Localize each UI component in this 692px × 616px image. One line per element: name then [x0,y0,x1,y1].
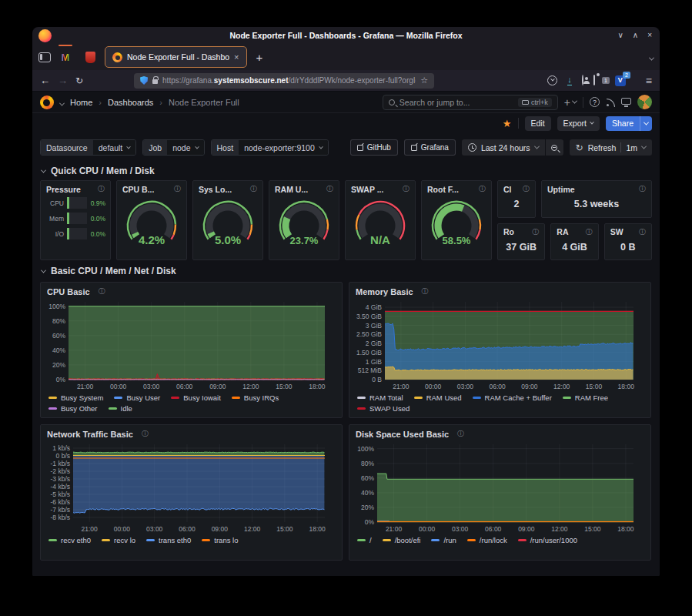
external-link-icon [357,145,363,151]
datasource-select[interactable]: default [93,140,136,155]
list-all-tabs-icon[interactable] [650,50,654,64]
pocket-icon[interactable] [547,75,557,85]
refresh-control[interactable]: ↻Refresh 1m [570,139,652,156]
bookmark-star-icon[interactable]: ☆ [420,75,428,85]
stat-value: 5.3 weeks [542,195,651,217]
edit-button[interactable]: Edit [525,116,551,131]
legend-item[interactable]: RAM Cache + Buffer [473,393,552,402]
svg-text:21:00: 21:00 [82,525,99,533]
news-icon[interactable] [606,98,615,107]
time-range-picker[interactable]: Last 24 hours [462,139,545,156]
legend-item[interactable]: RAM Free [563,393,608,402]
panel-root-fs[interactable]: Root F...ⓘ 58.5% [421,180,492,260]
legend-item[interactable]: / [357,536,372,544]
nav-chevron-icon[interactable] [59,100,65,105]
search-input[interactable]: Search or jump to... ctrl+k [383,95,558,110]
add-button[interactable]: + [564,96,577,109]
legend-item[interactable]: /run/lock [467,536,507,544]
panel-ram-used[interactable]: RAM U...ⓘ 23.7% [269,180,339,260]
favorite-star-icon[interactable]: ★ [503,118,512,129]
section-basic[interactable]: Basic CPU / Mem / Net / Disk [32,260,660,280]
legend-item[interactable]: /boot/efi [383,536,421,544]
host-select[interactable]: node-exporter:9100 [239,140,328,155]
info-icon: ⓘ [457,429,464,439]
network-basic-chart: 1 kb/s0 b/s-1 kb/s-2 kb/s-3 kb/s-4 kb/s-… [41,440,331,534]
panel-cpu-busy[interactable]: CPU B...ⓘ 4.2% [116,180,187,260]
legend-item[interactable]: Busy Iowait [171,393,221,402]
legend-item[interactable]: /run [431,536,456,544]
legend-item[interactable]: Busy IRQs [232,393,279,402]
zoom-out-button[interactable] [545,139,563,156]
panel-cpu-cores[interactable]: Clⓘ 2 [497,180,536,218]
legend-item[interactable]: Busy System [48,393,103,402]
share-button[interactable]: Share [606,116,652,131]
tracking-protection-icon[interactable] [140,76,148,85]
window-close-button[interactable]: × [647,27,652,44]
svg-text:4 GiB: 4 GiB [366,303,383,311]
account-icon[interactable] [582,75,583,85]
svg-text:80%: 80% [361,460,374,467]
export-button[interactable]: Export [557,116,600,131]
pinned-tab-gmail[interactable]: M [55,47,75,67]
panel-ram-total[interactable]: RAⓘ 4 GiB [550,223,598,261]
grafana-link-button[interactable]: Grafana [404,139,456,156]
svg-text:18:00: 18:00 [618,383,635,390]
panel-swap-used[interactable]: SWAP ...ⓘ N/A [345,180,416,260]
legend-item[interactable]: recv eth0 [48,536,91,544]
charts-row-2: Network Traffic Basicⓘ 1 kb/s0 b/s-1 kb/… [32,424,660,561]
display-icon[interactable] [621,98,631,105]
legend-item[interactable]: Busy Other [48,404,98,413]
breadcrumb-home[interactable]: Home [70,98,92,107]
svg-text:09:00: 09:00 [518,525,535,533]
reload-button[interactable]: ↻ [75,75,83,86]
url-bar[interactable]: https://grafana.systemsobscure.net/d/rYd… [134,73,434,89]
panel-memory-basic[interactable]: Memory Basicⓘ 0 B512 MiB1 GiB1.50 GiB2 G… [349,282,651,418]
legend-item[interactable]: /run/user/1000 [518,536,577,544]
job-select[interactable]: node [167,140,203,155]
help-icon[interactable]: ? [590,97,600,107]
back-button[interactable]: ← [40,75,50,86]
extensions-icon[interactable] [593,75,595,85]
panel-network-basic[interactable]: Network Traffic Basicⓘ 1 kb/s0 b/s-1 kb/… [40,424,343,561]
legend-item[interactable]: trans lo [202,536,238,544]
legend-item[interactable]: trans eth0 [146,536,191,544]
panel-rootfs-total[interactable]: Roⓘ 37 GiB [497,223,545,261]
section-quick[interactable]: Quick CPU / Mem / Disk [32,160,660,180]
panel-disk-basic[interactable]: Disk Space Used Basicⓘ 0%20%40%60%80%100… [349,424,651,561]
tab-node-exporter[interactable]: Node Exporter Full - Dashbo × [105,46,247,68]
window-maximize-button[interactable]: ∧ [633,27,638,44]
share-chevron-icon[interactable] [640,116,652,131]
pressure-row: I/O0.0% [45,228,105,239]
info-icon: ⓘ [639,227,646,237]
vimium-extension-icon[interactable]: V2 [615,75,626,86]
window-minimize-button[interactable]: ∨ [618,27,623,44]
user-avatar[interactable] [637,95,652,109]
disk-basic-chart: 0%20%40%60%80%100%21:0000:0003:0006:0009… [349,440,640,534]
tab-close-icon[interactable]: × [234,52,239,62]
new-tab-button[interactable]: + [252,51,268,64]
menu-icon[interactable]: ≡ [646,75,652,86]
grafana-logo-icon[interactable] [40,95,54,109]
breadcrumb-dashboards[interactable]: Dashboards [108,98,153,107]
pinned-tab-red[interactable] [80,47,100,67]
panel-swap-total[interactable]: SWⓘ 0 B [604,223,652,261]
legend-item[interactable]: recv lo [102,536,135,544]
svg-text:-8 kb/s: -8 kb/s [50,514,70,521]
panel-pressure[interactable]: Pressureⓘ CPU0.9%Mem0.0%I/O0.0% [40,180,111,260]
memory-basic-legend: RAM TotalRAM UsedRAM Cache + BufferRAM F… [349,392,650,416]
info-icon: ⓘ [586,227,593,237]
svg-text:12:00: 12:00 [244,525,261,533]
downloads-icon[interactable]: ↓ [567,75,572,85]
forward-button[interactable]: → [58,75,68,86]
firefox-view-icon[interactable] [38,52,51,62]
panel-sys-load[interactable]: Sys Lo...ⓘ 5.0% [192,180,263,260]
legend-item[interactable]: RAM Used [414,393,462,402]
legend-item[interactable]: Idle [109,404,132,413]
clock-icon [468,143,476,152]
panel-cpu-basic[interactable]: CPU Basicⓘ 0%20%40%60%80%100%21:0000:000… [40,282,343,418]
github-link-button[interactable]: GitHub [350,139,398,156]
legend-item[interactable]: Busy User [114,393,160,402]
legend-item[interactable]: SWAP Used [357,404,410,413]
legend-item[interactable]: RAM Total [357,393,403,402]
panel-uptime[interactable]: Uptimeⓘ 5.3 weeks [541,180,652,218]
